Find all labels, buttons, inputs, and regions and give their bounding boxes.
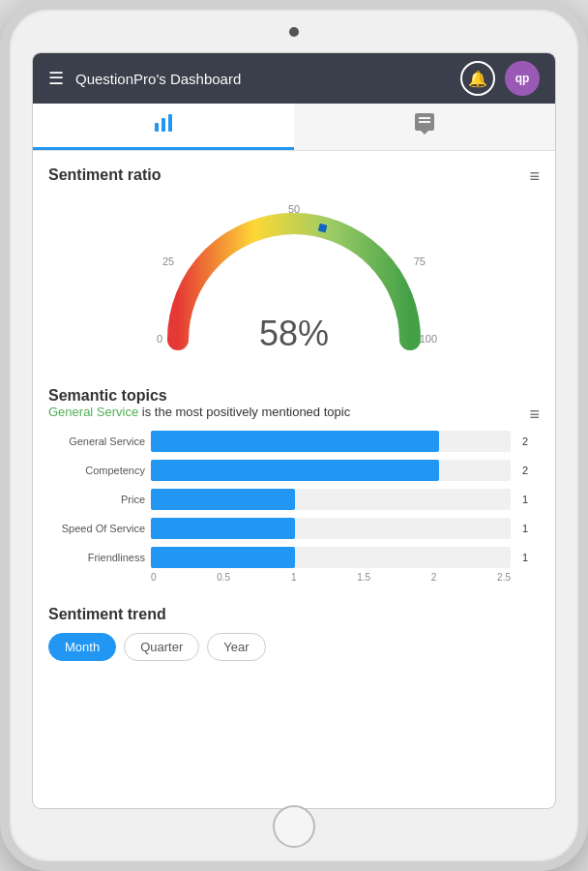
gauge-label-50: 50	[288, 203, 300, 215]
tab-bar	[33, 104, 555, 151]
x-tick: 0	[151, 572, 157, 583]
bar-track: 1	[151, 518, 511, 539]
chart-subtitle: General Service is the most positively m…	[48, 405, 350, 419]
bar-fill	[151, 489, 295, 510]
bar-fill	[151, 518, 295, 539]
avatar-button[interactable]: qp	[505, 61, 540, 96]
home-button[interactable]	[273, 805, 315, 848]
gauge-label-0: 0	[157, 333, 162, 345]
bar-label: Speed Of Service	[48, 523, 145, 534]
bar-label: Competency	[48, 465, 145, 476]
header-title: QuestionPro's Dashboard	[75, 71, 460, 87]
bar-row: Price 1	[48, 489, 511, 510]
bar-fill	[151, 460, 439, 481]
bar-chart-menu-icon[interactable]: ≡	[529, 405, 540, 425]
bar-track: 1	[151, 489, 511, 510]
x-axis: 00.511.522.5	[48, 572, 540, 583]
bar-label: General Service	[48, 436, 145, 447]
subtitle-suffix: is the most positively mentioned topic	[138, 405, 350, 419]
bar-fill	[151, 547, 295, 568]
sentiment-ratio-section: Sentiment ratio ≡ 0 25 50 75 100	[48, 166, 540, 364]
x-tick: 1.5	[357, 572, 370, 583]
bar-value: 1	[522, 552, 528, 563]
bar-chart: General Service 2 Competency 2 Price 1 S…	[48, 431, 540, 583]
svg-rect-1	[162, 118, 165, 132]
bar-row: Friendliness 1	[48, 547, 511, 568]
bar-value: 2	[522, 436, 528, 447]
sentiment-trend-title: Sentiment trend	[48, 606, 166, 622]
svg-rect-0	[155, 123, 159, 132]
sentiment-trend-section: Sentiment trend MonthQuarterYear	[48, 606, 540, 661]
bar-row: General Service 2	[48, 431, 511, 452]
bell-icon: 🔔	[468, 70, 487, 88]
tablet-screen: ☰ QuestionPro's Dashboard 🔔 qp	[33, 53, 555, 808]
gauge-label-100: 100	[420, 333, 437, 345]
bar-row: Competency 2	[48, 460, 511, 481]
trend-button-month[interactable]: Month	[48, 633, 116, 661]
bar-track: 1	[151, 547, 511, 568]
bell-button[interactable]: 🔔	[460, 61, 495, 96]
gauge-header: Sentiment ratio ≡	[48, 166, 540, 195]
x-tick: 2	[431, 572, 437, 583]
gauge-chart: 0 25 50 75 100	[149, 199, 439, 364]
semantic-topics-title: Semantic topics	[48, 387, 167, 404]
gauge-label-75: 75	[414, 255, 426, 267]
main-content: Sentiment ratio ≡ 0 25 50 75 100	[33, 151, 555, 808]
bar-track: 2	[151, 460, 511, 481]
subtitle-highlight: General Service	[48, 405, 138, 419]
trend-button-year[interactable]: Year	[207, 633, 265, 661]
bar-value: 1	[522, 494, 528, 505]
comments-tab-icon	[413, 111, 436, 139]
tab-comments[interactable]	[294, 104, 555, 150]
gauge-value: 58%	[259, 314, 329, 354]
gauge-label-25: 25	[162, 255, 174, 267]
trend-buttons: MonthQuarterYear	[48, 633, 540, 661]
gauge-menu-icon[interactable]: ≡	[529, 166, 540, 187]
chart-tab-icon	[152, 111, 175, 139]
bar-value: 1	[522, 523, 528, 534]
camera	[289, 27, 299, 37]
bar-label: Price	[48, 494, 145, 505]
bar-value: 2	[522, 465, 528, 476]
x-tick: 0.5	[217, 572, 230, 583]
bar-chart-inner: General Service 2 Competency 2 Price 1 S…	[48, 431, 540, 568]
bar-label: Friendliness	[48, 552, 145, 563]
header-actions: 🔔 qp	[460, 61, 540, 96]
semantic-topics-section: Semantic topics General Service is the m…	[48, 387, 540, 583]
bar-track: 2	[151, 431, 511, 452]
x-tick: 1	[291, 572, 297, 583]
avatar-label: qp	[515, 72, 530, 85]
hamburger-icon[interactable]: ☰	[48, 68, 64, 89]
tab-chart[interactable]	[33, 104, 294, 150]
tablet-frame: ☰ QuestionPro's Dashboard 🔔 qp	[0, 0, 588, 871]
bar-row: Speed Of Service 1	[48, 518, 511, 539]
svg-rect-2	[168, 114, 172, 132]
x-tick: 2.5	[497, 572, 511, 583]
header: ☰ QuestionPro's Dashboard 🔔 qp	[33, 53, 555, 104]
trend-button-quarter[interactable]: Quarter	[124, 633, 199, 661]
sentiment-ratio-title: Sentiment ratio	[48, 166, 161, 184]
bar-fill	[151, 431, 439, 452]
